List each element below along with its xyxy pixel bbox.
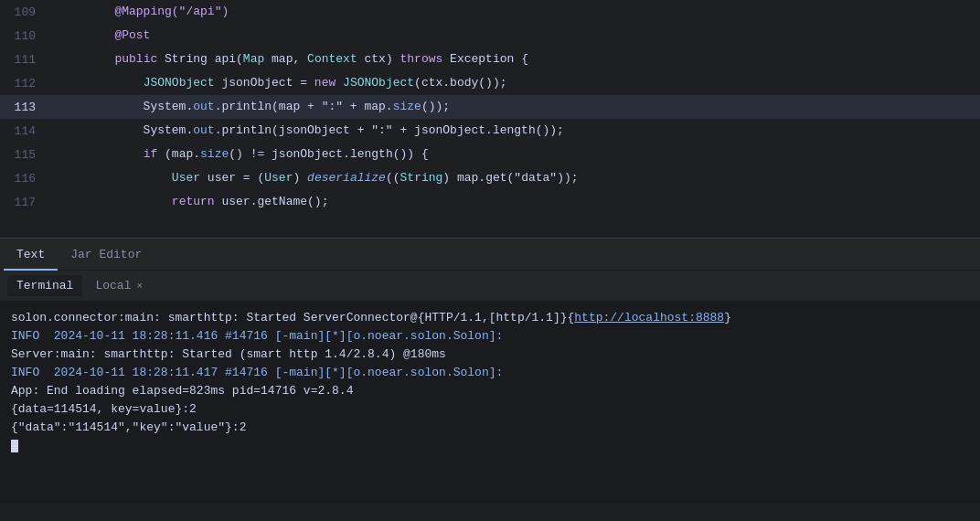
code-token: System. [58, 123, 193, 137]
line-number: 112 [0, 77, 50, 90]
terminal-text: solon.connector:main: smarthttp: Started… [11, 311, 574, 324]
line-number: 109 [0, 5, 50, 19]
terminal-text: } [724, 311, 731, 324]
code-token: if [144, 147, 158, 161]
terminal-line: {"data":"114514","key":"value"}:2 [11, 419, 969, 437]
code-token: String api( [157, 52, 243, 66]
code-token: @Mapping("/api") [58, 5, 229, 18]
terminal-text: http://localhost:8888 [574, 311, 724, 324]
code-token: ) map.get("data")); [442, 171, 578, 185]
code-content: @Mapping("/api") [50, 0, 980, 24]
code-token: user = ( [200, 171, 264, 185]
terminal-text: {"data":"114514","key":"value"}:2 [11, 420, 246, 434]
code-token: throws [400, 52, 443, 66]
terminal-tab-terminal[interactable]: Terminal [7, 275, 82, 296]
code-line-117: 117 return user.getName(); [0, 190, 980, 214]
app-container: 109 @Mapping("/api")110 @Post111 public … [0, 0, 980, 503]
code-token: out [193, 100, 214, 113]
line-number: 117 [0, 196, 50, 209]
terminal-line: INFO 2024-10-11 18:28:11.416 #14716 [-ma… [11, 327, 969, 346]
terminal-text: INFO 2024-10-11 18:28:11.417 #14716 [-ma… [11, 366, 503, 379]
code-token: size [200, 147, 229, 161]
code-token: new [314, 76, 336, 90]
code-token: User [264, 171, 293, 185]
terminal-line: App: End loading elapsed=823ms pid=14716… [11, 382, 969, 400]
terminal-text: Server:main: smarthttp: Started (smart h… [11, 347, 446, 361]
code-token: map, [264, 52, 307, 66]
terminal-text: App: End loading elapsed=823ms pid=14716… [11, 384, 353, 398]
code-content: if (map.size() != jsonObject.length()) { [50, 143, 980, 166]
code-token: JSONObject [343, 76, 414, 90]
code-token: @Post [58, 28, 150, 42]
line-number: 111 [0, 53, 50, 67]
code-token: return [172, 195, 215, 208]
code-token: Map [243, 52, 264, 66]
terminal-line: solon.connector:main: smarthttp: Started… [11, 309, 969, 327]
code-token: jsonObject = [215, 76, 314, 90]
terminal-line: Server:main: smarthttp: Started (smart h… [11, 346, 969, 364]
terminal-cursor [11, 440, 18, 452]
code-editor: 109 @Mapping("/api")110 @Post111 public … [0, 0, 980, 238]
code-token [58, 76, 144, 90]
code-content: System.out.println(jsonObject + ":" + js… [50, 119, 980, 143]
code-content: public String api(Map map, Context ctx) … [50, 48, 980, 71]
code-token: deserialize [307, 171, 386, 185]
code-lines: 109 @Mapping("/api")110 @Post111 public … [0, 0, 980, 214]
code-content: @Post [50, 24, 980, 48]
code-line-114: 114 System.out.println(jsonObject + ":" … [0, 119, 980, 143]
code-token: .println(map + ":" + map. [215, 100, 393, 113]
code-line-110: 110 @Post [0, 24, 980, 48]
code-token: .println(jsonObject + ":" + jsonObject.l… [215, 123, 564, 137]
line-number: 115 [0, 148, 50, 162]
terminal-tab-close[interactable]: × [136, 281, 143, 292]
code-token: JSONObject [144, 76, 215, 90]
code-token [58, 195, 172, 208]
code-content: User user = (User) deserialize((String) … [50, 166, 980, 190]
tab-jar-editor[interactable]: Jar Editor [58, 239, 154, 271]
code-content: return user.getName(); [50, 190, 980, 214]
terminal-text: INFO 2024-10-11 18:28:11.416 #14716 [-ma… [11, 329, 503, 343]
code-line-113: 113 System.out.println(map + ":" + map.s… [0, 95, 980, 119]
terminal-tab-label: Terminal [16, 279, 73, 292]
terminal-header: TerminalLocal× [0, 271, 980, 302]
code-token: System. [58, 100, 193, 113]
code-token [58, 52, 114, 66]
code-line-109: 109 @Mapping("/api") [0, 0, 980, 24]
code-token: (( [386, 171, 400, 185]
tab-text[interactable]: Text [4, 239, 58, 271]
terminal-tab-local[interactable]: Local× [86, 275, 152, 296]
code-token [58, 171, 172, 185]
code-line-112: 112 JSONObject jsonObject = new JSONObje… [0, 71, 980, 95]
code-token: out [193, 123, 214, 137]
code-token: String [400, 171, 443, 185]
line-number: 116 [0, 172, 50, 186]
code-line-111: 111 public String api(Map map, Context c… [0, 48, 980, 71]
code-token: ) [293, 171, 307, 185]
terminal-tab-label: Local [95, 279, 131, 292]
code-token: (ctx.body()); [414, 76, 506, 90]
code-token: Context [307, 52, 357, 66]
code-token: ctx) [357, 52, 400, 66]
code-content: System.out.println(map + ":" + map.size(… [50, 95, 980, 119]
line-number: 113 [0, 101, 50, 114]
code-token: User [172, 171, 200, 185]
terminal-line: INFO 2024-10-11 18:28:11.417 #14716 [-ma… [11, 364, 969, 382]
code-token: public [114, 52, 157, 66]
terminal-body: solon.connector:main: smarthttp: Started… [0, 302, 980, 503]
code-token: ()); [421, 100, 450, 113]
code-line-115: 115 if (map.size() != jsonObject.length(… [0, 143, 980, 166]
code-token [58, 147, 144, 161]
code-content: JSONObject jsonObject = new JSONObject(c… [50, 71, 980, 95]
code-token: user.getName(); [215, 195, 329, 208]
line-number: 114 [0, 124, 50, 138]
code-line-116: 116 User user = (User) deserialize((Stri… [0, 166, 980, 190]
code-token: (map. [157, 147, 200, 161]
terminal-line [11, 437, 969, 455]
line-number: 110 [0, 29, 50, 43]
code-token [336, 76, 343, 90]
code-token: size [393, 100, 421, 113]
code-token: Exception { [442, 52, 528, 66]
terminal-text: {data=114514, key=value}:2 [11, 402, 197, 416]
tabs-bar: TextJar Editor [0, 238, 980, 271]
terminal-line: {data=114514, key=value}:2 [11, 400, 969, 419]
